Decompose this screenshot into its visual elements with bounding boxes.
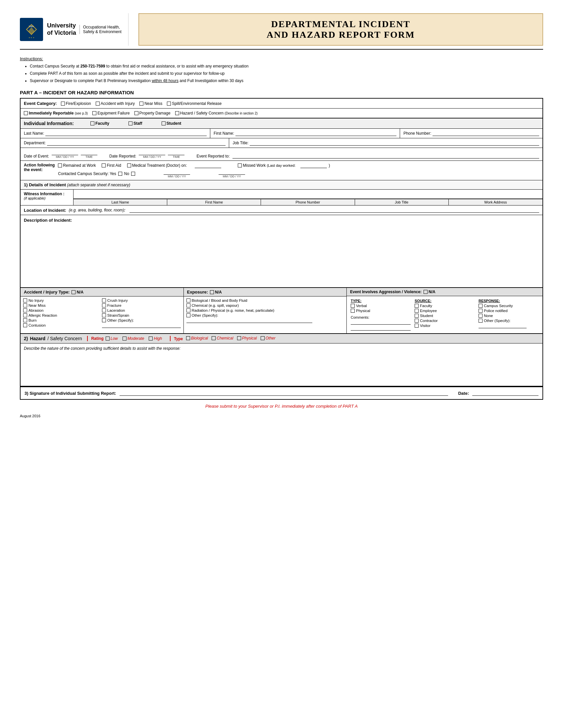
cb-faculty-source[interactable] <box>415 304 419 308</box>
cb-faculty[interactable]: Faculty <box>90 121 109 126</box>
cb-hazard-safety[interactable]: Hazard / Safety Concern (Describe in sec… <box>175 111 258 115</box>
location-input[interactable] <box>129 207 539 213</box>
cb-fracture[interactable] <box>102 303 106 307</box>
cb-remained-at-work[interactable]: Remained at Work <box>58 163 96 168</box>
cb-no[interactable] <box>131 172 135 176</box>
cb-none-response[interactable] <box>479 314 483 318</box>
cb-crush[interactable] <box>102 298 106 302</box>
witness-blank-row[interactable] <box>73 190 542 199</box>
cb-strain[interactable] <box>102 313 106 317</box>
cb-equipment-failure[interactable]: Equipment Failure <box>92 111 129 115</box>
medical-date-input[interactable] <box>195 163 221 168</box>
cb-type-chemical[interactable]: Chemical <box>211 336 233 341</box>
comments-input[interactable] <box>351 320 411 325</box>
comments-input2[interactable] <box>351 326 411 331</box>
contacted-security-label: Contacted Campus Security: Yes <box>58 171 116 176</box>
cb-type-bio[interactable]: Biological <box>186 336 208 341</box>
university-logo: UVic ✦ ✦ ✦ <box>20 18 43 41</box>
exposure-list: Biological / Blood and Body Fluid Chemic… <box>186 298 344 323</box>
cb-aggression-na[interactable]: N/A <box>424 290 436 294</box>
cb-yes[interactable] <box>118 172 122 176</box>
form-title-box: DEPARTMENTAL INCIDENT AND HAZARD REPORT … <box>138 13 543 46</box>
cb-near-miss[interactable]: Near Miss <box>139 101 162 106</box>
cb-physical[interactable] <box>351 309 355 313</box>
cb-rating-low[interactable]: Low <box>106 336 118 341</box>
last-day-date-input[interactable] <box>164 169 190 175</box>
cb-type-other[interactable]: Other <box>260 336 275 341</box>
cb-no-injury[interactable] <box>23 298 27 302</box>
exposure-col-header: Exposure: N/A <box>184 288 347 296</box>
cb-property-damage[interactable]: Property Damage <box>134 111 170 115</box>
cb-other-exposure[interactable] <box>186 313 190 317</box>
hazard-describe-input[interactable] <box>24 353 539 383</box>
date-label-sig: Date: <box>458 391 469 396</box>
cb-laceration[interactable] <box>102 308 106 312</box>
cb-verbal[interactable] <box>351 304 355 308</box>
other-exposure-input[interactable] <box>186 318 312 323</box>
cb-bio[interactable] <box>186 298 190 302</box>
cb-allergic[interactable] <box>23 313 27 317</box>
department-input[interactable] <box>47 140 225 146</box>
cb-accident-injury-box[interactable] <box>96 102 100 106</box>
name-phone-row: Last Name: First Name: Phone Number: <box>21 129 542 138</box>
event-row-2-content: Immediately Reportable (see p.3) Equipme… <box>24 111 539 115</box>
cb-rating-moderate[interactable]: Moderate <box>122 336 144 341</box>
first-name-input[interactable] <box>235 131 397 136</box>
cb-staff[interactable]: Staff <box>128 121 142 126</box>
cb-near-miss-box[interactable] <box>139 102 143 106</box>
cb-faculty-src: Faculty <box>415 304 475 308</box>
cb-abrasion[interactable] <box>23 308 27 312</box>
missed-work-date[interactable] <box>301 163 327 168</box>
cb-immediately-reportable[interactable]: Immediately Reportable (see p.3) <box>24 111 88 115</box>
other-injury-input[interactable] <box>102 323 181 328</box>
cb-fire-explosion[interactable]: Fire/Explosion <box>61 101 91 106</box>
cb-student-source[interactable] <box>415 314 419 318</box>
cb-missed-work[interactable]: Missed Work (Last day worked: <box>238 163 296 168</box>
date-event-time[interactable] <box>81 150 97 155</box>
cb-medical-treatment[interactable]: Medical Treatment (Doctor) on: <box>127 163 187 168</box>
signature-label: 3) Signature of Individual Submitting Re… <box>24 391 116 396</box>
event-reported-to-input[interactable] <box>232 153 540 159</box>
description-input-area[interactable] <box>21 224 542 277</box>
cb-campus-security[interactable] <box>479 304 483 308</box>
witness-inner: Witness Information : (if applicable) La… <box>21 190 542 205</box>
cb-fire-explosion-box[interactable] <box>61 102 65 106</box>
cb-radiation[interactable] <box>186 308 190 312</box>
cb-accident-injury[interactable]: Accident with Injury <box>96 101 135 106</box>
jobtitle-input[interactable] <box>250 140 539 146</box>
date-event-mmddyy[interactable] <box>52 150 78 155</box>
cb-contractor-source[interactable] <box>415 319 419 323</box>
cb-police-notified[interactable] <box>479 309 483 313</box>
comments-block: Comments: <box>351 315 411 331</box>
cb-other-injury[interactable] <box>102 318 106 322</box>
cb-rating-high[interactable]: High <box>149 336 162 341</box>
last-day-date2-input[interactable] <box>218 169 245 175</box>
date-reported-time[interactable] <box>168 150 184 155</box>
signature-input[interactable] <box>119 390 448 396</box>
witness-col-lastname: Last Name <box>73 199 167 205</box>
cb-exposure-na[interactable]: N/A <box>210 290 222 295</box>
date-reported-mmddyy[interactable] <box>139 150 165 155</box>
cb-burn[interactable] <box>23 318 27 322</box>
cb-type-physical[interactable]: Physical <box>237 336 257 341</box>
description-header: Description of Incident: <box>21 215 542 224</box>
cb-other-resp: Other (Specify): <box>479 319 539 323</box>
cb-near-miss-injury[interactable] <box>23 303 27 307</box>
phone-input[interactable] <box>433 131 539 136</box>
signature-date-input[interactable] <box>472 390 539 396</box>
cb-spill-environmental[interactable]: Spill/Environmental Release <box>167 101 221 106</box>
cb-chemical[interactable] <box>186 303 190 307</box>
cb-other-response[interactable] <box>479 319 483 323</box>
other-response-input[interactable] <box>479 324 527 328</box>
cb-accident-na[interactable]: N/A <box>71 290 83 295</box>
cb-contusion[interactable] <box>23 323 27 327</box>
cb-visitor-source[interactable] <box>415 324 419 328</box>
witness-col-firstname: First Name <box>167 199 261 205</box>
cb-spill-box[interactable] <box>167 102 171 106</box>
cb-student[interactable]: Student <box>162 121 181 126</box>
last-name-input[interactable] <box>45 131 207 136</box>
cb-first-aid[interactable]: First Aid <box>102 163 121 168</box>
cb-employee-source[interactable] <box>415 309 419 313</box>
last-name-label: Last Name: <box>24 131 44 136</box>
cb-campus-sec: Campus Security <box>479 304 539 308</box>
